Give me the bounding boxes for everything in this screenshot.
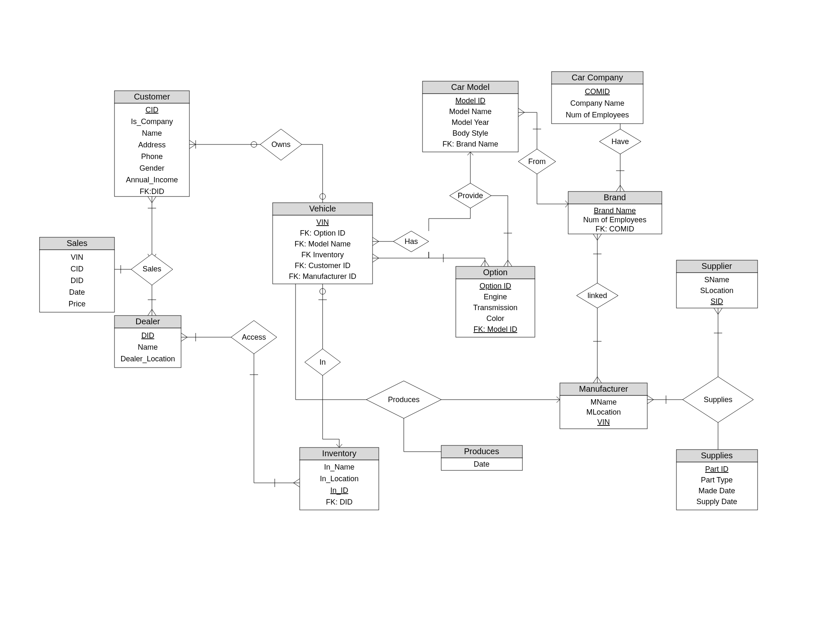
attr: Option ID [480, 282, 511, 290]
entity-title: Sales [67, 239, 87, 248]
relationship-from: From [518, 149, 556, 174]
svg-text:From: From [528, 157, 546, 166]
svg-text:In: In [319, 358, 326, 366]
attr: FK: Model ID [473, 325, 517, 333]
svg-text:Has: Has [405, 237, 418, 246]
entity-title: Brand [604, 193, 626, 202]
svg-text:Sales: Sales [142, 265, 161, 273]
attr: FK: COMID [596, 225, 634, 233]
entity-supplies: Supplies Part ID Part Type Made Date Sup… [676, 450, 758, 510]
entity-option: Option Option ID Engine Transmission Col… [456, 266, 535, 337]
svg-text:Access: Access [242, 333, 266, 341]
attr: VIN [597, 418, 610, 426]
svg-text:Owns: Owns [271, 140, 291, 149]
entity-title: Supplies [701, 451, 733, 460]
relationship-access: Access [231, 321, 277, 354]
attr: In_Name [324, 463, 354, 472]
relationship-in: In [305, 349, 340, 375]
entity-title: Manufacturer [579, 384, 628, 393]
entity-supplier: Supplier SName SLocation SID [676, 260, 758, 308]
attr: Dealer_Location [120, 355, 175, 363]
attr: Brand Name [594, 206, 636, 215]
attr: Num of Employees [583, 216, 646, 224]
attr: FK: Manufacturer ID [289, 272, 356, 281]
attr: Address [138, 141, 166, 149]
entity-car-company: Car Company COMID Company Name Num of Em… [552, 72, 643, 124]
attr: FK Inventory [301, 251, 344, 259]
attr: Transmission [473, 303, 517, 312]
attr: Annual_Income [126, 176, 178, 184]
relationship-sales: Sales [131, 254, 173, 285]
attr: Engine [484, 293, 507, 301]
entity-title: Supplier [701, 261, 732, 271]
attr: COMID [585, 87, 610, 96]
attr: Made Date [698, 487, 735, 495]
attr: FK: Customer ID [295, 261, 350, 270]
attr: Date [474, 460, 490, 468]
entity-dealer: Dealer DID Name Dealer_Location [114, 316, 181, 368]
attr: SLocation [700, 286, 733, 295]
relationship-have: Have [599, 129, 641, 154]
svg-text:linked: linked [587, 291, 607, 300]
attr: Company Name [570, 99, 624, 107]
attr: Model ID [455, 97, 485, 105]
attr: In_Location [320, 475, 358, 483]
relationship-has: Has [393, 231, 429, 252]
attr: Part ID [705, 465, 728, 473]
svg-text:Have: Have [611, 137, 629, 146]
attr: In_ID [330, 486, 348, 495]
attr: Supply Date [696, 497, 737, 506]
attr: Body Style [452, 129, 488, 137]
attr: VIN [316, 218, 329, 226]
relationship-supplies: Supplies [683, 377, 753, 423]
entity-title: Car Model [451, 82, 490, 92]
entity-vehicle: Vehicle VIN FK: Option ID FK: Model Name… [273, 203, 373, 284]
attr: FK: Model Name [294, 240, 350, 248]
attr: Part Type [701, 476, 733, 484]
attr: Model Name [449, 107, 492, 116]
attr: Date [69, 288, 85, 296]
entity-sales: Sales VIN CID DID Date Price [40, 237, 114, 312]
attr: FK: Brand Name [442, 140, 498, 148]
entity-title: Customer [134, 92, 170, 101]
attr: MName [590, 398, 616, 406]
attr: Name [138, 343, 158, 351]
attr: Num of Employees [566, 111, 629, 119]
attr: FK: DID [326, 498, 353, 506]
attr: CID [71, 265, 84, 273]
attr: Gender [139, 164, 164, 172]
svg-text:Provide: Provide [457, 191, 483, 200]
entity-title: Inventory [322, 449, 356, 458]
relationship-linked: linked [577, 283, 618, 308]
relationship-produces: Produces [366, 381, 441, 418]
attr: Price [68, 300, 85, 308]
attr: Phone [141, 152, 163, 161]
entity-produces: Produces Date [441, 445, 522, 470]
entity-title: Option [483, 268, 508, 277]
er-diagram: Customer CID Is_Company Name Address Pho… [0, 0, 840, 619]
attr: FK:DID [139, 187, 164, 196]
entity-title: Dealer [136, 317, 160, 326]
attr: MLocation [586, 408, 621, 416]
relationship-owns: Owns [260, 129, 302, 160]
entity-title: Car Company [572, 73, 623, 82]
attr: CID [146, 106, 159, 114]
attr: DID [142, 331, 154, 340]
entity-inventory: Inventory In_Name In_Location In_ID FK: … [300, 447, 379, 510]
attr: Name [142, 129, 162, 137]
svg-text:Produces: Produces [388, 395, 420, 404]
entity-car-model: Car Model Model ID Model Name Model Year… [422, 81, 518, 152]
entity-manufacturer: Manufacturer MName MLocation VIN [560, 383, 647, 429]
attr: VIN [71, 253, 83, 261]
relationship-provide: Provide [450, 183, 491, 208]
entity-title: Produces [464, 447, 500, 456]
entity-customer: Customer CID Is_Company Name Address Pho… [114, 91, 189, 196]
entity-brand: Brand Brand Name Num of Employees FK: CO… [568, 191, 662, 234]
attr: SID [711, 297, 723, 306]
attr: Color [486, 314, 504, 323]
entity-title: Vehicle [309, 204, 336, 213]
svg-text:Supplies: Supplies [703, 395, 732, 404]
attr: Is_Company [131, 117, 173, 126]
attr: FK: Option ID [300, 229, 345, 237]
attr: SName [704, 276, 729, 284]
